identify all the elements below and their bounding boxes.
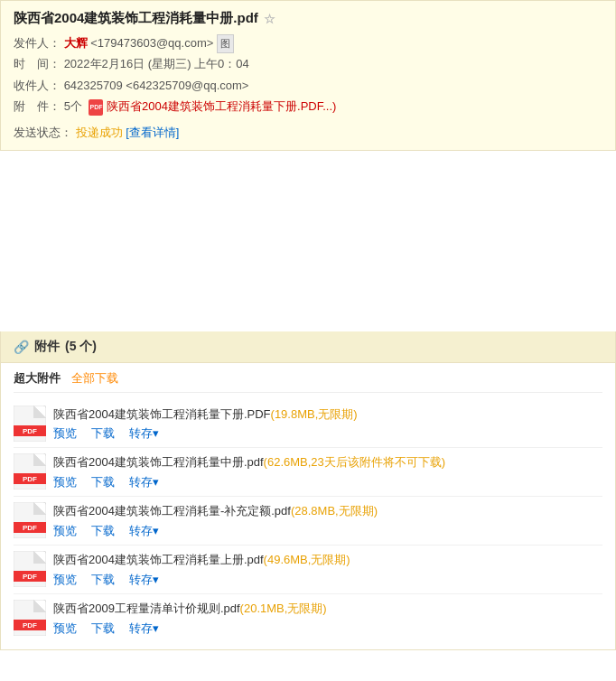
email-header: 陕西省2004建筑装饰工程消耗量中册.pdf ☆ 发件人： 大辉 <179473… xyxy=(0,0,616,151)
attachment-actions: 预览 下载 转存▾ xyxy=(53,620,602,637)
attachment-item: PDF 陕西省2004建筑装饰工程消耗量下册.PDF(19.8MB,无限期)预览… xyxy=(14,400,602,449)
attachment-count: 5个 xyxy=(64,99,82,113)
attachment-actions: 预览 下载 转存▾ xyxy=(53,572,602,588)
attachment-item: PDF 陕西省2009工程量清单计价规则.pdf(20.1MB,无限期)预览 下… xyxy=(14,594,602,642)
svg-text:PDF: PDF xyxy=(23,621,37,630)
recipient-label: 收件人： xyxy=(14,79,61,92)
sender-name[interactable]: 大辉 xyxy=(64,36,88,50)
file-name: 陕西省2004建筑装饰工程消耗量-补充定额.pdf xyxy=(53,504,291,518)
action-转存[interactable]: 转存▾ xyxy=(129,620,159,637)
pdf-small-icon: PDF xyxy=(89,99,103,116)
attachment-row: 附 件： 5个 PDF 陕西省2004建筑装饰工程消耗量下册.PDF...) xyxy=(14,96,602,117)
action-下载[interactable]: 下载 xyxy=(91,474,115,490)
attachment-list: PDF 陕西省2004建筑装饰工程消耗量下册.PDF(19.8MB,无限期)预览… xyxy=(14,400,602,642)
send-status-row: 发送状态： 投递成功 [查看详情] xyxy=(14,125,602,141)
pdf-icon: PDF xyxy=(14,502,46,538)
email-subject: 陕西省2004建筑装饰工程消耗量中册.pdf xyxy=(14,10,258,27)
file-size: (19.8MB,无限期) xyxy=(271,407,358,421)
email-title-row: 陕西省2004建筑装饰工程消耗量中册.pdf ☆ xyxy=(14,10,602,27)
attachment-file-link[interactable]: PDF 陕西省2004建筑装饰工程消耗量下册.PDF...) xyxy=(89,99,336,113)
svg-text:PDF: PDF xyxy=(23,524,37,532)
action-转存[interactable]: 转存▾ xyxy=(129,523,159,539)
pdf-icon: PDF xyxy=(14,406,46,442)
attachments-body: 超大附件 全部下载 PDF 陕西省2004建筑装饰工程消耗量下册.PDF(19.… xyxy=(1,363,615,649)
attachments-section: 🔗 附件 (5 个) 超大附件 全部下载 PDF 陕西省2004建筑装饰工程消耗… xyxy=(0,331,616,650)
action-预览[interactable]: 预览 xyxy=(53,474,77,490)
clip-icon: 🔗 xyxy=(14,340,29,354)
send-status-label: 发送状态： xyxy=(14,126,72,139)
attachment-filename-text: 陕西省2004建筑装饰工程消耗量-补充定额.pdf(28.8MB,无限期) xyxy=(53,502,602,521)
action-预览[interactable]: 预览 xyxy=(53,523,77,539)
pdf-icon: PDF xyxy=(14,453,46,490)
attachment-filename-text: 陕西省2004建筑装饰工程消耗量上册.pdf(49.6MB,无限期) xyxy=(53,551,602,570)
attachment-actions: 预览 下载 转存▾ xyxy=(53,425,602,442)
attachments-header: 🔗 附件 (5 个) xyxy=(1,331,615,363)
send-status-detail-link[interactable]: [查看详情] xyxy=(126,126,179,139)
file-size: (49.6MB,无限期) xyxy=(264,553,350,566)
action-预览[interactable]: 预览 xyxy=(53,620,77,637)
contact-icon[interactable]: 图 xyxy=(217,34,234,54)
sender-label: 发件人： xyxy=(14,36,61,50)
time-row: 时 间： 2022年2月16日 (星期三) 上午0：04 xyxy=(14,53,602,74)
email-body-spacer xyxy=(0,151,616,331)
super-label: 超大附件 xyxy=(14,370,61,387)
attachment-filename-text: 陕西省2004建筑装饰工程消耗量中册.pdf(62.6MB,23天后该附件将不可… xyxy=(53,453,602,472)
time-label: 时 间： xyxy=(14,57,61,70)
attachment-item: PDF 陕西省2004建筑装饰工程消耗量-补充定额.pdf(28.8MB,无限期… xyxy=(14,497,602,546)
action-预览[interactable]: 预览 xyxy=(53,425,77,442)
action-转存[interactable]: 转存▾ xyxy=(129,425,159,442)
attachment-label: 附 件： xyxy=(14,99,61,113)
download-all-link[interactable]: 全部下载 xyxy=(71,370,118,387)
action-下载[interactable]: 下载 xyxy=(91,620,115,637)
attachment-info: 陕西省2009工程量清单计价规则.pdf(20.1MB,无限期)预览 下载 转存… xyxy=(53,600,602,637)
star-icon[interactable]: ☆ xyxy=(264,12,275,26)
attachment-info: 陕西省2004建筑装饰工程消耗量中册.pdf(62.6MB,23天后该附件将不可… xyxy=(53,453,602,490)
svg-text:PDF: PDF xyxy=(23,427,37,435)
attachments-count: (5 个) xyxy=(65,339,97,355)
file-name: 陕西省2009工程量清单计价规则.pdf xyxy=(53,602,240,615)
file-size: (62.6MB,23天后该附件将不可下载) xyxy=(264,455,446,469)
send-status-text: 投递成功 xyxy=(76,126,123,139)
recipient-email: 642325709 <642325709@qq.com> xyxy=(64,79,249,92)
file-name: 陕西省2004建筑装饰工程消耗量下册.PDF xyxy=(53,407,271,421)
action-下载[interactable]: 下载 xyxy=(91,523,115,539)
attachment-item: PDF 陕西省2004建筑装饰工程消耗量上册.pdf(49.6MB,无限期)预览… xyxy=(14,546,602,594)
file-size: (20.1MB,无限期) xyxy=(240,602,327,615)
attachment-info: 陕西省2004建筑装饰工程消耗量上册.pdf(49.6MB,无限期)预览 下载 … xyxy=(53,551,602,588)
action-转存[interactable]: 转存▾ xyxy=(129,474,159,490)
action-预览[interactable]: 预览 xyxy=(53,572,77,588)
pdf-icon: PDF xyxy=(14,551,46,587)
attachment-info: 陕西省2004建筑装饰工程消耗量-补充定额.pdf(28.8MB,无限期)预览 … xyxy=(53,502,602,539)
pdf-icon: PDF xyxy=(14,600,46,636)
attachment-filename-text: 陕西省2004建筑装饰工程消耗量下册.PDF(19.8MB,无限期) xyxy=(53,406,602,424)
attachment-actions: 预览 下载 转存▾ xyxy=(53,474,602,490)
attachment-filename[interactable]: 陕西省2004建筑装饰工程消耗量下册.PDF...) xyxy=(107,96,336,117)
file-name: 陕西省2004建筑装饰工程消耗量中册.pdf xyxy=(53,455,264,469)
attachment-info: 陕西省2004建筑装饰工程消耗量下册.PDF(19.8MB,无限期)预览 下载 … xyxy=(53,406,602,443)
email-meta: 发件人： 大辉 <179473603@qq.com> 图 时 间： 2022年2… xyxy=(14,33,602,117)
time-value: 2022年2月16日 (星期三) 上午0：04 xyxy=(64,57,249,70)
file-name: 陕西省2004建筑装饰工程消耗量上册.pdf xyxy=(53,553,264,566)
svg-text:PDF: PDF xyxy=(23,475,37,483)
file-size: (28.8MB,无限期) xyxy=(291,504,378,518)
sender-row: 发件人： 大辉 <179473603@qq.com> 图 xyxy=(14,33,602,53)
action-下载[interactable]: 下载 xyxy=(91,425,115,442)
recipient-row: 收件人： 642325709 <642325709@qq.com> xyxy=(14,75,602,96)
action-下载[interactable]: 下载 xyxy=(91,572,115,588)
action-转存[interactable]: 转存▾ xyxy=(129,572,159,588)
sender-email: <179473603@qq.com> xyxy=(90,36,213,50)
svg-text:PDF: PDF xyxy=(23,573,37,581)
attachment-actions: 预览 下载 转存▾ xyxy=(53,523,602,539)
attachment-item: PDF 陕西省2004建筑装饰工程消耗量中册.pdf(62.6MB,23天后该附… xyxy=(14,448,602,497)
super-attachment-bar: 超大附件 全部下载 xyxy=(14,370,602,393)
attachments-title: 附件 xyxy=(34,339,60,355)
attachment-filename-text: 陕西省2009工程量清单计价规则.pdf(20.1MB,无限期) xyxy=(53,600,602,619)
